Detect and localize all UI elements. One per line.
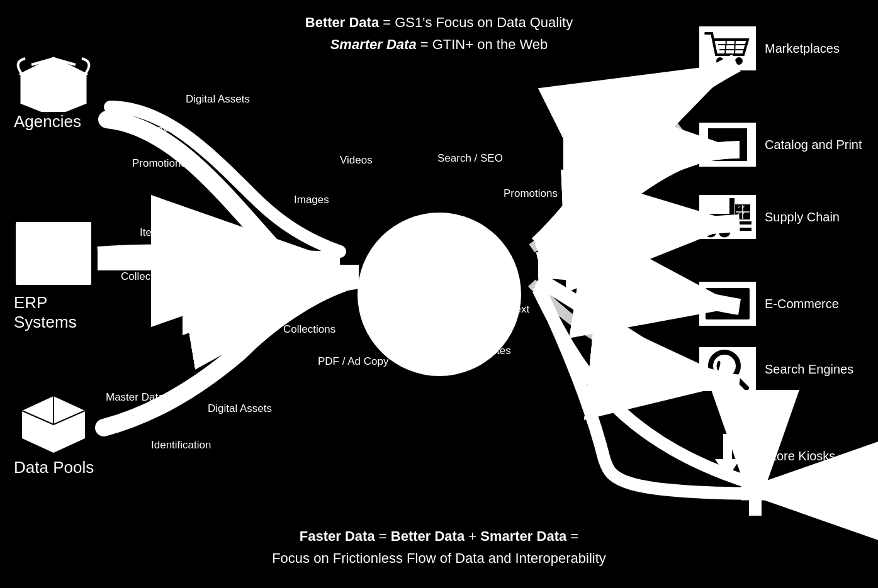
center-circle [357,213,521,376]
main-canvas: Better Data = GS1's Focus on Data Qualit… [0,0,878,588]
